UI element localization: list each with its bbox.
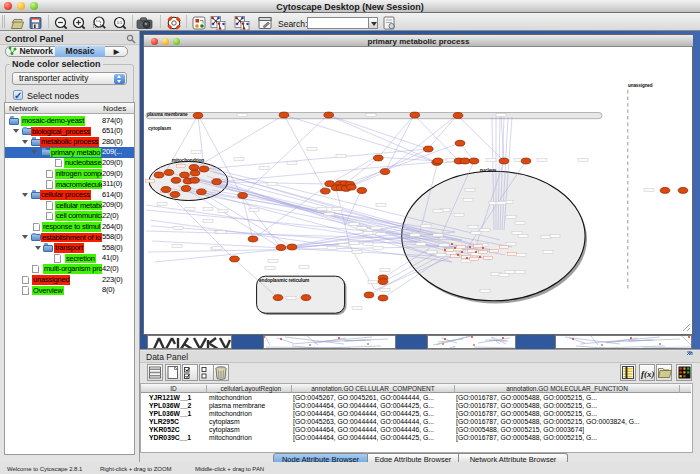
svg-text:f(x): f(x) <box>641 369 655 379</box>
svg-text:cytoplasm: cytoplasm <box>148 126 171 131</box>
svg-text:plasma membrane: plasma membrane <box>147 112 188 117</box>
svg-text:mitochondrion: mitochondrion <box>172 158 204 163</box>
svg-text:nucleus: nucleus <box>480 168 497 173</box>
svg-text:1:1: 1:1 <box>117 20 123 25</box>
svg-text:unassigned: unassigned <box>628 83 653 88</box>
svg-text:endoplasmic reticulum: endoplasmic reticulum <box>259 278 309 283</box>
